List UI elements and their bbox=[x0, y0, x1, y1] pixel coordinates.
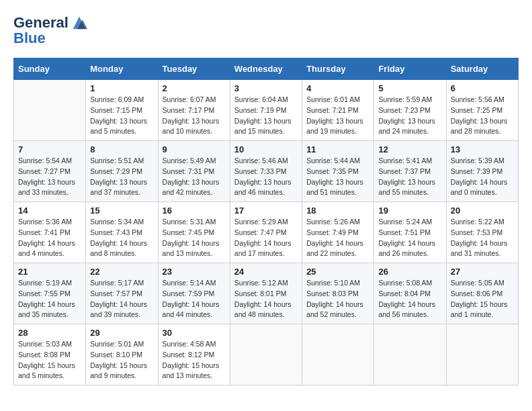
day-cell: 28 Sunrise: 5:03 AMSunset: 8:08 PMDaylig… bbox=[14, 324, 86, 385]
day-number: 20 bbox=[451, 205, 514, 216]
col-header-wednesday: Wednesday bbox=[230, 58, 302, 80]
day-cell: 17 Sunrise: 5:29 AMSunset: 7:47 PMDaylig… bbox=[230, 202, 302, 263]
day-number: 2 bbox=[163, 83, 226, 93]
day-cell: 18 Sunrise: 5:26 AMSunset: 7:49 PMDaylig… bbox=[302, 202, 374, 263]
day-number: 8 bbox=[90, 144, 153, 154]
day-cell: 7 Sunrise: 5:54 AMSunset: 7:27 PMDayligh… bbox=[14, 141, 86, 202]
day-cell: 11 Sunrise: 5:44 AMSunset: 7:35 PMDaylig… bbox=[302, 141, 374, 202]
col-header-sunday: Sunday bbox=[14, 58, 86, 80]
day-cell: 12 Sunrise: 5:41 AMSunset: 7:37 PMDaylig… bbox=[374, 141, 446, 202]
day-cell: 9 Sunrise: 5:49 AMSunset: 7:31 PMDayligh… bbox=[158, 141, 230, 202]
day-number: 28 bbox=[18, 328, 81, 338]
col-header-friday: Friday bbox=[374, 58, 446, 80]
day-number: 11 bbox=[306, 144, 369, 154]
day-detail: Sunrise: 6:04 AMSunset: 7:19 PMDaylight:… bbox=[234, 95, 298, 137]
day-cell: 24 Sunrise: 5:12 AMSunset: 8:01 PMDaylig… bbox=[230, 263, 302, 324]
day-number: 6 bbox=[451, 83, 514, 93]
day-number: 17 bbox=[234, 205, 298, 216]
day-detail: Sunrise: 6:09 AMSunset: 7:15 PMDaylight:… bbox=[90, 95, 153, 137]
column-headers: SundayMondayTuesdayWednesdayThursdayFrid… bbox=[14, 58, 519, 80]
logo-text: General bbox=[13, 15, 69, 31]
day-detail: Sunrise: 5:29 AMSunset: 7:47 PMDaylight:… bbox=[234, 217, 298, 259]
day-cell: 3 Sunrise: 6:04 AMSunset: 7:19 PMDayligh… bbox=[230, 80, 302, 141]
day-detail: Sunrise: 5:24 AMSunset: 7:51 PMDaylight:… bbox=[378, 217, 441, 259]
day-cell: 10 Sunrise: 5:46 AMSunset: 7:33 PMDaylig… bbox=[230, 141, 302, 202]
day-cell: 13 Sunrise: 5:39 AMSunset: 7:39 PMDaylig… bbox=[446, 141, 518, 202]
day-number: 29 bbox=[90, 328, 153, 338]
day-number: 16 bbox=[163, 205, 226, 216]
col-header-thursday: Thursday bbox=[302, 58, 374, 80]
day-number: 4 bbox=[306, 83, 369, 93]
day-detail: Sunrise: 5:26 AMSunset: 7:49 PMDaylight:… bbox=[306, 217, 369, 259]
day-number: 23 bbox=[163, 267, 226, 277]
day-cell bbox=[302, 324, 374, 385]
day-cell: 30 Sunrise: 4:58 AMSunset: 8:12 PMDaylig… bbox=[158, 324, 230, 385]
col-header-saturday: Saturday bbox=[446, 58, 518, 80]
day-cell bbox=[446, 324, 518, 385]
day-cell: 26 Sunrise: 5:08 AMSunset: 8:04 PMDaylig… bbox=[374, 263, 446, 324]
day-detail: Sunrise: 5:54 AMSunset: 7:27 PMDaylight:… bbox=[18, 156, 81, 198]
day-cell: 15 Sunrise: 5:34 AMSunset: 7:43 PMDaylig… bbox=[86, 202, 158, 263]
day-detail: Sunrise: 5:22 AMSunset: 7:53 PMDaylight:… bbox=[451, 217, 514, 259]
col-header-tuesday: Tuesday bbox=[158, 58, 230, 80]
day-detail: Sunrise: 5:05 AMSunset: 8:06 PMDaylight:… bbox=[451, 278, 514, 320]
day-detail: Sunrise: 5:56 AMSunset: 7:25 PMDaylight:… bbox=[451, 95, 514, 137]
day-number: 26 bbox=[378, 267, 441, 277]
day-detail: Sunrise: 6:01 AMSunset: 7:21 PMDaylight:… bbox=[306, 95, 369, 137]
day-number: 7 bbox=[18, 144, 81, 154]
day-cell: 4 Sunrise: 6:01 AMSunset: 7:21 PMDayligh… bbox=[302, 80, 374, 141]
day-number: 19 bbox=[378, 205, 441, 216]
page-header: General Blue bbox=[13, 13, 519, 47]
day-detail: Sunrise: 5:19 AMSunset: 7:55 PMDaylight:… bbox=[18, 278, 81, 320]
day-number: 13 bbox=[451, 144, 514, 154]
day-detail: Sunrise: 5:08 AMSunset: 8:04 PMDaylight:… bbox=[378, 278, 441, 320]
day-number: 5 bbox=[378, 83, 441, 93]
col-header-monday: Monday bbox=[86, 58, 158, 80]
day-cell: 16 Sunrise: 5:31 AMSunset: 7:45 PMDaylig… bbox=[158, 202, 230, 263]
day-detail: Sunrise: 5:14 AMSunset: 7:59 PMDaylight:… bbox=[163, 278, 226, 320]
week-row-1: 1 Sunrise: 6:09 AMSunset: 7:15 PMDayligh… bbox=[14, 80, 519, 141]
day-detail: Sunrise: 5:03 AMSunset: 8:08 PMDaylight:… bbox=[18, 339, 81, 381]
day-number: 1 bbox=[90, 83, 153, 93]
day-cell: 20 Sunrise: 5:22 AMSunset: 7:53 PMDaylig… bbox=[446, 202, 518, 263]
day-cell: 1 Sunrise: 6:09 AMSunset: 7:15 PMDayligh… bbox=[86, 80, 158, 141]
day-cell: 19 Sunrise: 5:24 AMSunset: 7:51 PMDaylig… bbox=[374, 202, 446, 263]
day-cell bbox=[374, 324, 446, 385]
day-detail: Sunrise: 5:59 AMSunset: 7:23 PMDaylight:… bbox=[378, 95, 441, 137]
day-detail: Sunrise: 5:12 AMSunset: 8:01 PMDaylight:… bbox=[234, 278, 298, 320]
week-row-3: 14 Sunrise: 5:36 AMSunset: 7:41 PMDaylig… bbox=[14, 202, 519, 263]
day-cell bbox=[14, 80, 86, 141]
calendar-table: SundayMondayTuesdayWednesdayThursdayFrid… bbox=[13, 58, 519, 385]
day-detail: Sunrise: 5:10 AMSunset: 8:03 PMDaylight:… bbox=[306, 278, 369, 320]
day-cell: 6 Sunrise: 5:56 AMSunset: 7:25 PMDayligh… bbox=[446, 80, 518, 141]
day-detail: Sunrise: 5:39 AMSunset: 7:39 PMDaylight:… bbox=[451, 156, 514, 198]
day-number: 18 bbox=[306, 205, 369, 216]
day-number: 24 bbox=[234, 267, 298, 277]
day-number: 9 bbox=[163, 144, 226, 154]
day-number: 14 bbox=[18, 205, 81, 216]
day-detail: Sunrise: 5:17 AMSunset: 7:57 PMDaylight:… bbox=[90, 278, 153, 320]
day-number: 25 bbox=[306, 267, 369, 277]
day-detail: Sunrise: 6:07 AMSunset: 7:17 PMDaylight:… bbox=[163, 95, 226, 137]
day-detail: Sunrise: 5:34 AMSunset: 7:43 PMDaylight:… bbox=[90, 217, 153, 259]
day-number: 22 bbox=[90, 267, 153, 277]
day-cell: 5 Sunrise: 5:59 AMSunset: 7:23 PMDayligh… bbox=[374, 80, 446, 141]
day-detail: Sunrise: 5:44 AMSunset: 7:35 PMDaylight:… bbox=[306, 156, 369, 198]
day-number: 10 bbox=[234, 144, 298, 154]
day-cell: 22 Sunrise: 5:17 AMSunset: 7:57 PMDaylig… bbox=[86, 263, 158, 324]
week-row-4: 21 Sunrise: 5:19 AMSunset: 7:55 PMDaylig… bbox=[14, 263, 519, 324]
day-cell bbox=[230, 324, 302, 385]
day-cell: 2 Sunrise: 6:07 AMSunset: 7:17 PMDayligh… bbox=[158, 80, 230, 141]
day-number: 21 bbox=[18, 267, 81, 277]
day-detail: Sunrise: 5:36 AMSunset: 7:41 PMDaylight:… bbox=[18, 217, 81, 259]
day-number: 27 bbox=[451, 267, 514, 277]
day-cell: 8 Sunrise: 5:51 AMSunset: 7:29 PMDayligh… bbox=[86, 141, 158, 202]
day-cell: 23 Sunrise: 5:14 AMSunset: 7:59 PMDaylig… bbox=[158, 263, 230, 324]
day-number: 3 bbox=[234, 83, 298, 93]
day-detail: Sunrise: 5:51 AMSunset: 7:29 PMDaylight:… bbox=[90, 156, 153, 198]
day-cell: 27 Sunrise: 5:05 AMSunset: 8:06 PMDaylig… bbox=[446, 263, 518, 324]
day-number: 30 bbox=[163, 328, 226, 338]
day-detail: Sunrise: 4:58 AMSunset: 8:12 PMDaylight:… bbox=[163, 339, 226, 381]
day-detail: Sunrise: 5:46 AMSunset: 7:33 PMDaylight:… bbox=[234, 156, 298, 198]
week-row-2: 7 Sunrise: 5:54 AMSunset: 7:27 PMDayligh… bbox=[14, 141, 519, 202]
